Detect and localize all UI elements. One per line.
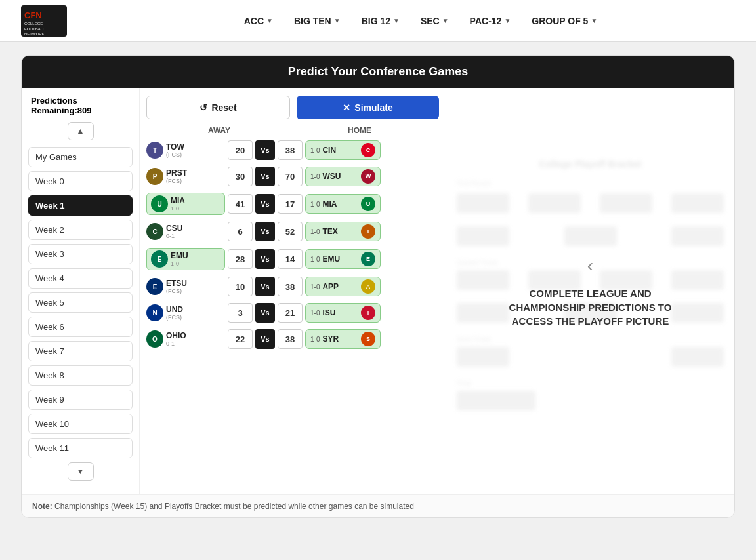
away-team-6: N UND (FCS)	[146, 304, 225, 321]
vs-badge-1: Vs	[255, 167, 275, 186]
away-score-input-2[interactable]	[228, 194, 253, 214]
away-team-5: E ETSU (FCS)	[146, 278, 225, 295]
home-score-input-6[interactable]	[278, 303, 303, 323]
home-score-input-3[interactable]	[278, 222, 303, 241]
away-team-7: O OHIO 0-1	[146, 330, 225, 348]
away-team-logo-3: C	[146, 223, 163, 240]
winner-logo-2: U	[361, 197, 375, 211]
winner-badge-4: 1-0 EMU E	[305, 249, 381, 269]
home-score-input-7[interactable]	[278, 329, 303, 349]
winner-badge-5: 1-0 APP A	[305, 277, 381, 296]
away-team-name-4: EMU 1-0	[171, 251, 188, 267]
vs-badge-6: Vs	[255, 303, 275, 323]
sidebar-item-week-8[interactable]: Week 8	[28, 365, 133, 386]
header: CFN COLLEGE FOOTBALL NETWORK ACC ▼ BIG T…	[0, 0, 756, 42]
winner-badge-6: 1-0 ISU I	[305, 303, 381, 323]
playoff-nav-left-button[interactable]: ‹	[587, 255, 593, 276]
vs-badge-4: Vs	[255, 249, 275, 269]
nav-item-big-12[interactable]: BIG 12 ▼	[362, 16, 400, 26]
away-score-input-5[interactable]	[228, 277, 253, 296]
home-score-input-1[interactable]	[278, 167, 303, 186]
game-row: P PRST (FCS) Vs 1-0 WSU W	[146, 165, 439, 188]
sidebar-item-week-0[interactable]: Week 0	[28, 171, 133, 191]
vs-badge-5: Vs	[255, 277, 275, 296]
reset-button[interactable]: ↺ Reset	[146, 96, 290, 119]
home-score-input-5[interactable]	[278, 277, 303, 296]
winner-logo-7: S	[361, 332, 375, 346]
winner-badge-7: 1-0 SYR S	[305, 329, 381, 349]
svg-text:FOOTBALL: FOOTBALL	[24, 27, 45, 31]
sidebar-item-week-2[interactable]: Week 2	[28, 220, 133, 240]
game-row: C CSU 0-1 Vs 1-0 TEX T	[146, 220, 439, 243]
away-team-name-6: UND (FCS)	[166, 305, 183, 321]
nav-item-acc[interactable]: ACC ▼	[244, 16, 273, 26]
sidebar-item-week-9[interactable]: Week 9	[28, 390, 133, 410]
chevron-down-icon: ▼	[393, 17, 400, 24]
game-row: N UND (FCS) Vs 1-0 ISU I	[146, 302, 439, 324]
away-team-name-3: CSU 0-1	[166, 224, 182, 239]
away-team-2: U MIA 1-0	[146, 193, 225, 215]
right-panel: College Playoff Bracket First Round Quar…	[446, 88, 734, 494]
svg-text:CFN: CFN	[24, 10, 42, 20]
chevron-down-icon: ▼	[442, 17, 449, 24]
chevron-down-icon: ▼	[591, 17, 597, 24]
away-team-name-5: ETSU (FCS)	[166, 279, 187, 294]
home-score-input-4[interactable]	[278, 249, 303, 269]
away-team-logo-5: E	[146, 278, 163, 295]
predictions-remaining: Predictions Remaining:809	[28, 96, 133, 115]
predict-card: Predict Your Conference Games Prediction…	[21, 55, 735, 518]
simulate-icon: ✕	[343, 102, 350, 113]
sidebar-item-week-10[interactable]: Week 10	[28, 414, 133, 434]
home-score-input-0[interactable]	[278, 140, 303, 160]
games-list: T TOW (FCS) Vs 1-0 CIN C P PRST (FCS) Vs…	[146, 139, 439, 350]
game-row: O OHIO 0-1 Vs 1-0 SYR S	[146, 328, 439, 350]
away-team-4: E EMU 1-0	[146, 248, 225, 270]
away-score-input-3[interactable]	[228, 222, 253, 241]
main-nav: ACC ▼ BIG TEN ▼ BIG 12 ▼ SEC ▼ PAC-12 ▼ …	[106, 16, 735, 26]
away-score-input-4[interactable]	[228, 249, 253, 269]
home-score-input-2[interactable]	[278, 194, 303, 214]
sidebar-item-week-4[interactable]: Week 4	[28, 268, 133, 289]
away-team-1: P PRST (FCS)	[146, 168, 225, 185]
sidebar-item-week-11[interactable]: Week 11	[28, 438, 133, 458]
playoff-bracket-title: College Playoff Bracket	[457, 159, 724, 169]
away-score-input-6[interactable]	[228, 303, 253, 323]
sidebar-scroll-up-button[interactable]: ▲	[68, 122, 94, 140]
sidebar-item-week-6[interactable]: Week 6	[28, 317, 133, 337]
winner-logo-6: I	[361, 306, 375, 320]
winner-badge-1: 1-0 WSU W	[305, 167, 381, 186]
away-team-logo-7: O	[146, 330, 163, 348]
nav-item-group-of-5[interactable]: GROUP OF 5 ▼	[532, 16, 597, 26]
sidebar-scroll-down-button[interactable]: ▼	[68, 462, 94, 481]
predict-card-header: Predict Your Conference Games	[22, 56, 734, 88]
sidebar-item-week-3[interactable]: Week 3	[28, 244, 133, 264]
away-team-name-7: OHIO 0-1	[166, 331, 186, 347]
winner-logo-0: C	[361, 143, 375, 157]
away-team-name-0: TOW (FCS)	[166, 142, 184, 158]
nav-item-big-ten[interactable]: BIG TEN ▼	[294, 16, 341, 26]
away-team-logo-6: N	[146, 304, 163, 321]
game-row: E ETSU (FCS) Vs 1-0 APP A	[146, 275, 439, 298]
note-bar: Note: Championships (Week 15) and Playof…	[22, 494, 734, 517]
nav-item-pac-12[interactable]: PAC-12 ▼	[470, 16, 511, 26]
winner-badge-0: 1-0 CIN C	[305, 140, 381, 160]
sidebar-item-my-games[interactable]: My Games	[28, 147, 133, 167]
game-row: T TOW (FCS) Vs 1-0 CIN C	[146, 139, 439, 161]
away-score-input-1[interactable]	[228, 167, 253, 186]
games-header: AWAY HOME	[146, 126, 439, 135]
away-score-input-7[interactable]	[228, 329, 253, 349]
away-team-logo-4: E	[151, 250, 168, 268]
sidebar-item-week-7[interactable]: Week 7	[28, 341, 133, 361]
nav-item-sec[interactable]: SEC ▼	[421, 16, 449, 26]
sidebar-item-week-1[interactable]: Week 1	[28, 195, 133, 216]
away-team-0: T TOW (FCS)	[146, 142, 225, 159]
chevron-down-icon: ▼	[334, 17, 341, 24]
main-wrapper: Predict Your Conference Games Prediction…	[0, 42, 756, 531]
winner-badge-3: 1-0 TEX T	[305, 222, 381, 241]
sidebar-item-week-5[interactable]: Week 5	[28, 292, 133, 313]
away-score-input-0[interactable]	[228, 140, 253, 160]
simulate-button[interactable]: ✕ Simulate	[297, 96, 439, 119]
away-team-3: C CSU 0-1	[146, 223, 225, 240]
sidebar: Predictions Remaining:809 ▲ My Games Wee…	[22, 88, 140, 494]
logo: CFN COLLEGE FOOTBALL NETWORK	[21, 5, 67, 37]
